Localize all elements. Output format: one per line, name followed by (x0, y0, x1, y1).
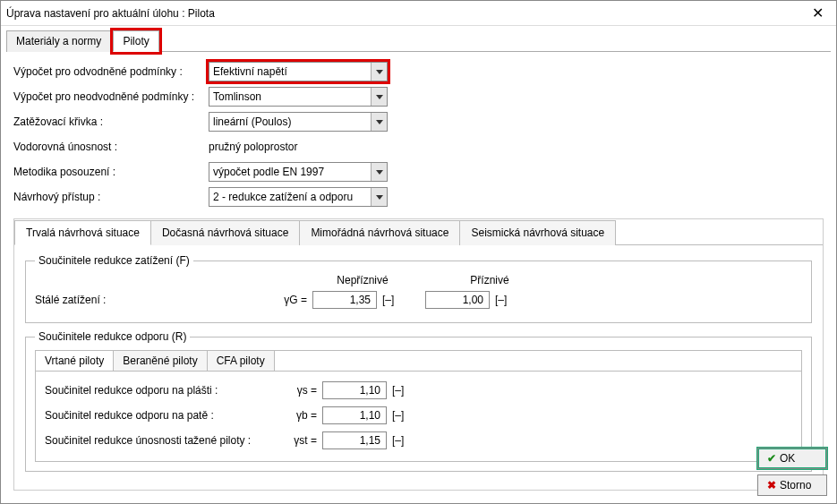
content-area: Výpočet pro odvodněné podmínky : Efektiv… (1, 52, 836, 500)
unit-base: [–] (387, 409, 417, 422)
input-gamma-b[interactable] (322, 406, 387, 424)
select-loadcurve-value: lineární (Poulos) (213, 115, 291, 128)
select-approach[interactable]: 2 - redukce zatížení a odporu (209, 187, 388, 207)
select-loadcurve[interactable]: lineární (Poulos) (209, 112, 388, 132)
symbol-gamma-b: γb = (278, 409, 322, 422)
chevron-down-icon (371, 163, 387, 181)
design-situation-panel: Trvalá návrhová situace Dočasná návrhová… (13, 218, 824, 491)
x-icon: ✖ (767, 479, 776, 491)
unit-1: [–] (377, 294, 407, 306)
cancel-label: Storno (780, 479, 811, 491)
label-base: Součinitel redukce odporu na patě : (45, 409, 278, 422)
ok-button[interactable]: ✔ OK (757, 448, 827, 469)
tab-situation-permanent[interactable]: Trvalá návrhová situace (14, 220, 151, 245)
unit-2: [–] (490, 294, 520, 306)
label-drained: Výpočet pro odvodněné podmínky : (13, 65, 209, 78)
tab-situation-temporary[interactable]: Dočasná návrhová situace (151, 220, 300, 245)
tab-situation-accidental[interactable]: Mimořádná návrhová situace (300, 220, 460, 245)
label-horizontal: Vodorovná únosnost : (13, 141, 209, 153)
symbol-gamma-s: γs = (278, 384, 322, 397)
label-permanent-load: Stálé zatížení : (35, 294, 268, 306)
label-method: Metodika posouzení : (13, 166, 209, 178)
pile-type-tabs: Vrtané piloty Beraněné piloty CFA piloty (35, 350, 802, 371)
check-icon: ✔ (767, 452, 776, 465)
select-drained[interactable]: Efektivní napětí (209, 62, 388, 81)
input-gamma-s[interactable] (322, 381, 387, 399)
select-method-value: výpočet podle EN 1997 (213, 166, 324, 178)
tab-pile-cfa[interactable]: CFA piloty (208, 351, 275, 371)
tab-pile-driven[interactable]: Beraněné piloty (114, 351, 207, 371)
input-gamma-g-fav[interactable] (425, 291, 490, 309)
ok-label: OK (780, 452, 795, 465)
situation-tabs: Trvalá návrhová situace Dočasná návrhová… (14, 219, 823, 245)
cancel-button[interactable]: ✖ Storno (757, 474, 827, 496)
label-approach: Návrhový přístup : (13, 191, 209, 203)
select-approach-value: 2 - redukce zatížení a odporu (213, 191, 353, 203)
chevron-down-icon (371, 63, 387, 81)
header-favorable: Příznivé (440, 274, 540, 286)
chevron-down-icon (371, 113, 387, 131)
tab-situation-seismic[interactable]: Seismická návrhová situace (460, 220, 616, 245)
window-title: Úprava nastavení pro aktuální úlohu : Pi… (6, 7, 805, 20)
tab-piles[interactable]: Piloty (113, 30, 158, 52)
resistance-reduction-legend: Součinitele redukce odporu (R) (35, 330, 190, 343)
resistance-reduction-group: Součinitele redukce odporu (R) Vrtané pi… (25, 330, 812, 472)
label-shaft: Součinitel redukce odporu na plášti : (45, 384, 278, 397)
situation-body: Součinitele redukce zatížení (F) Nepřízn… (14, 245, 823, 490)
select-undrained[interactable]: Tomlinson (209, 87, 388, 107)
label-undrained: Výpočet pro neodvodněné podmínky : (13, 90, 209, 103)
chevron-down-icon (371, 188, 387, 206)
label-tension: Součinitel redukce únosnosti tažené pilo… (45, 434, 278, 447)
value-horizontal: pružný poloprostor (209, 139, 297, 155)
main-tabs: Materiály a normy Piloty (6, 30, 831, 52)
select-undrained-value: Tomlinson (213, 90, 261, 103)
pile-body: Součinitel redukce odporu na plášti : γs… (35, 371, 802, 462)
symbol-gamma-g: γG = (268, 294, 312, 306)
symbol-gamma-st: γst = (278, 434, 322, 447)
tab-pile-bored[interactable]: Vrtané piloty (36, 351, 114, 371)
select-drained-value: Efektivní napětí (213, 65, 287, 78)
load-reduction-legend: Součinitele redukce zatížení (F) (35, 254, 193, 267)
input-gamma-st[interactable] (322, 431, 387, 449)
dialog-buttons: ✔ OK ✖ Storno (757, 448, 827, 496)
load-reduction-group: Součinitele redukce zatížení (F) Nepřízn… (25, 254, 812, 323)
close-icon[interactable]: ✕ (805, 4, 831, 21)
label-loadcurve: Zatěžovací křivka : (13, 115, 209, 128)
titlebar: Úprava nastavení pro aktuální úlohu : Pi… (1, 1, 836, 26)
unit-tension: [–] (387, 434, 417, 447)
unit-shaft: [–] (387, 384, 417, 397)
chevron-down-icon (371, 88, 387, 106)
header-unfavorable: Nepříznivé (312, 274, 413, 286)
dialog-window: Úprava nastavení pro aktuální úlohu : Pi… (0, 0, 837, 504)
input-gamma-g-unfav[interactable] (312, 291, 377, 309)
select-method[interactable]: výpočet podle EN 1997 (209, 162, 388, 182)
tab-materials[interactable]: Materiály a normy (6, 30, 111, 52)
